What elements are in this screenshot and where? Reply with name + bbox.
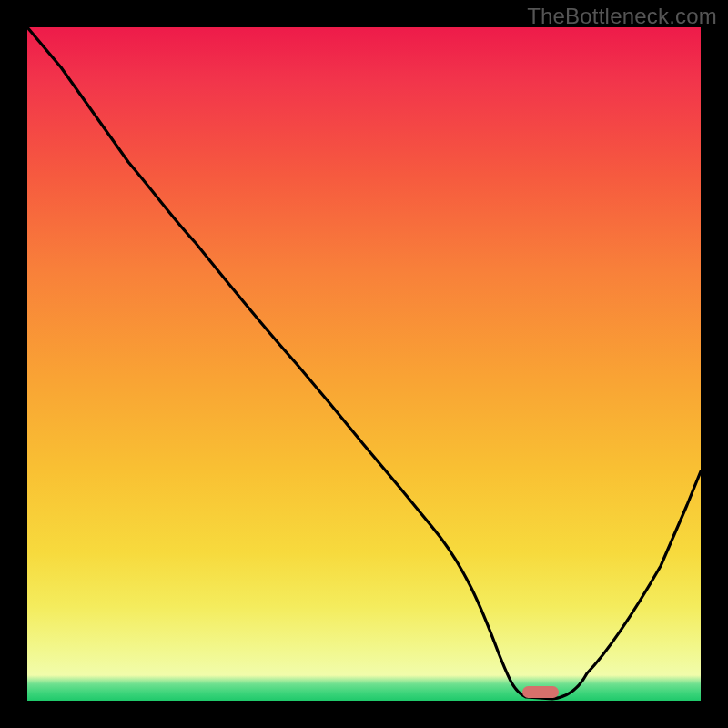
curve-svg [27,27,701,701]
plot-area [27,27,701,701]
watermark-text: TheBottleneck.com [527,4,717,29]
optimum-marker [522,686,559,698]
chart-frame: TheBottleneck.com [0,0,728,728]
bottleneck-curve [27,27,701,699]
